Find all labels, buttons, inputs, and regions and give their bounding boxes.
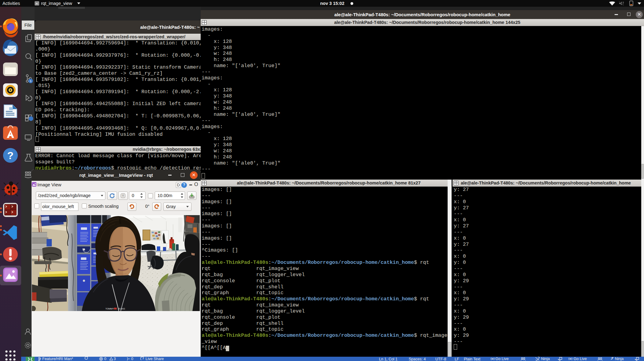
svg-text:?: ? xyxy=(7,150,14,161)
svg-text:5: 5 xyxy=(30,80,31,83)
svg-text:0: 0 xyxy=(131,357,133,361)
svg-text:Go Live: Go Live xyxy=(574,357,587,361)
svg-text:3: 3 xyxy=(114,357,116,361)
svg-text:Go Live: Go Live xyxy=(495,357,509,361)
svg-text:TOMMY: TOMMY xyxy=(105,307,114,310)
svg-text:JEANS: JEANS xyxy=(118,307,125,310)
svg-text:Ninja: Ninja xyxy=(615,357,624,361)
svg-text:0: 0 xyxy=(104,357,106,361)
svg-text:Ninja: Ninja xyxy=(541,357,550,361)
svg-text:Feature/HRI Man*: Feature/HRI Man* xyxy=(42,357,73,361)
svg-text:Live Share: Live Share xyxy=(146,357,164,361)
